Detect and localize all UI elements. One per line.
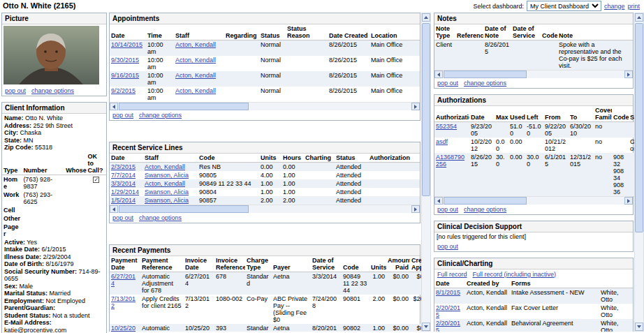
change-options-link[interactable]: change options xyxy=(139,214,182,221)
service-line-code: Res NB xyxy=(198,163,259,172)
note-date-of-service xyxy=(511,40,541,71)
pop-out-link[interactable]: pop out xyxy=(437,243,458,250)
horizontal-scrollbar[interactable] xyxy=(434,196,633,205)
clinical-decision-support-panel: Clinical Decision Support [no rules trig… xyxy=(434,221,634,252)
payment-units: 1.00 xyxy=(369,324,386,332)
payment-date-link[interactable]: 7/13/2012 xyxy=(111,295,136,309)
pop-out-link[interactable]: pop out xyxy=(112,112,133,119)
scroll-right-button[interactable] xyxy=(624,197,633,205)
pop-out-link[interactable]: pop out xyxy=(437,80,458,87)
appointment-status-reason xyxy=(286,71,328,87)
scroll-left-button[interactable] xyxy=(434,197,443,205)
service-line-staff-link[interactable]: Swanson, Alicia xyxy=(145,188,189,195)
appointments-panel-title: Appointments xyxy=(110,13,420,24)
column-header: Status xyxy=(259,24,286,40)
appointment-date-link[interactable]: 9/16/2015 xyxy=(111,72,139,79)
service-line-date-link[interactable]: 1/5/2014 xyxy=(111,197,136,204)
appointment-date-link[interactable]: 9/30/2015 xyxy=(111,57,139,64)
scroll-right-button[interactable] xyxy=(624,71,633,78)
horizontal-scrollbar[interactable] xyxy=(110,205,420,213)
horizontal-scroll-thumb[interactable] xyxy=(119,205,249,213)
change-options-link[interactable]: change options xyxy=(464,80,506,87)
vertical-scroll-thumb[interactable] xyxy=(422,23,430,196)
column-header: Code xyxy=(198,154,259,163)
authorization-link[interactable]: A1368790256 xyxy=(436,154,464,168)
change-options-link[interactable]: change options xyxy=(139,112,182,119)
scroll-right-button[interactable] xyxy=(411,205,420,213)
scroll-up-button[interactable] xyxy=(422,13,430,22)
pop-out-link[interactable]: pop out xyxy=(112,214,133,221)
change-dashboard-link[interactable]: change xyxy=(604,3,625,10)
amount-paid: $0.00 xyxy=(386,324,410,332)
authorization-covers-family: no xyxy=(594,153,612,196)
appointment-staff-link[interactable]: Acton, Kendall xyxy=(175,41,216,48)
appointment-date-link[interactable]: 10/14/2015 xyxy=(111,41,142,48)
charting-date-link[interactable]: 2/20/2015 xyxy=(436,304,460,318)
charting-date-link[interactable]: 8/1/2015 xyxy=(436,289,460,296)
authorization-link[interactable]: 552354 xyxy=(436,123,457,130)
payments-panel-title: Recent Payments xyxy=(110,245,420,256)
pop-out-link[interactable]: pop out xyxy=(437,206,458,213)
service-line-staff-link[interactable]: Swanson, Alicia xyxy=(145,197,189,204)
column-header: Date xyxy=(110,154,143,163)
field-value: 6/1/2015 xyxy=(42,246,66,253)
service-line-row: 7/7/2014 Swanson, Alicia 90805 4.00 1.00… xyxy=(110,171,420,179)
column-header: Staff xyxy=(143,154,198,163)
authorization-used: 51.00 xyxy=(508,122,525,138)
change-options-link[interactable]: change options xyxy=(464,206,506,213)
payment-date-link[interactable]: 10/25/2012 xyxy=(111,325,136,332)
service-line-staff-link[interactable]: Acton, Kendall xyxy=(145,180,185,187)
change-options-link[interactable]: change options xyxy=(31,87,74,94)
scroll-right-button[interactable] xyxy=(411,103,420,110)
payment-date-link[interactable]: 6/27/2014 xyxy=(111,273,136,287)
cds-panel-title: Clinical Decision Support xyxy=(434,221,633,232)
horizontal-scroll-thumb[interactable] xyxy=(119,103,249,110)
service-line-staff-link[interactable]: Acton, Kendall xyxy=(145,163,185,170)
cds-message: [no rules triggered for this client] xyxy=(437,233,631,241)
full-record-link[interactable]: Full record xyxy=(437,271,467,278)
charge-type: Standard xyxy=(245,272,272,295)
pop-out-link[interactable]: pop out xyxy=(5,87,26,94)
client-info-field: City: Chaska xyxy=(4,129,104,137)
appointment-staff-link[interactable]: Acton, Kendall xyxy=(175,57,216,64)
authorization-link[interactable]: asdf xyxy=(436,138,448,145)
scroll-up-button[interactable] xyxy=(635,13,643,22)
middle-column-scrollbar[interactable] xyxy=(421,13,431,332)
appointment-date-link[interactable]: 9/2/2015 xyxy=(111,87,136,94)
dashboard-select[interactable]: My Client Dashboard xyxy=(527,1,601,11)
horizontal-scroll-thumb[interactable] xyxy=(444,71,527,78)
column-header: Number xyxy=(22,152,64,175)
appointment-staff-link[interactable]: Acton, Kendall xyxy=(175,72,216,79)
horizontal-scrollbar[interactable] xyxy=(110,102,420,110)
service-line-date-link[interactable]: 2/3/2015 xyxy=(111,163,136,170)
scroll-down-button[interactable] xyxy=(635,323,643,331)
service-line-date-link[interactable]: 1/29/2014 xyxy=(111,188,139,195)
charting-date-link[interactable]: 2/20/2015 xyxy=(436,320,460,332)
horizontal-scroll-thumb[interactable] xyxy=(444,197,527,205)
charting-panel-title: Clinical/Charting xyxy=(434,258,633,269)
service-line-date-link[interactable]: 7/7/2014 xyxy=(111,172,136,179)
note-date: 8/26/2015 xyxy=(483,40,511,71)
page-title: Otto N. White (2165) xyxy=(3,1,76,10)
vertical-scroll-thumb[interactable] xyxy=(635,23,643,232)
select-dashboard-label: Select dashboard: xyxy=(473,3,524,10)
phone-number: (763) 928-9837 xyxy=(22,175,64,191)
scroll-left-button[interactable] xyxy=(110,103,118,110)
horizontal-scrollbar[interactable] xyxy=(434,70,633,78)
service-line-staff-link[interactable]: Swanson, Alicia xyxy=(145,172,189,179)
authorization-left: 30.00 xyxy=(525,153,543,196)
field-value: 2/29/2004 xyxy=(43,253,71,260)
column-header: Date xyxy=(110,24,146,40)
appointment-staff-link[interactable]: Acton, Kendall xyxy=(175,87,216,94)
right-column-scrollbar[interactable] xyxy=(634,13,644,332)
phone-number: (763) 293-6625 xyxy=(22,191,64,206)
scroll-down-button[interactable] xyxy=(422,323,430,331)
full-record-inactive-link[interactable]: Full record (including inactive) xyxy=(473,271,557,278)
scroll-left-button[interactable] xyxy=(434,71,443,78)
client-info-field: Zip Code: 55318 xyxy=(4,144,104,151)
column-header: Date of Note xyxy=(483,24,511,40)
print-link[interactable]: print xyxy=(627,3,640,10)
service-line-date-link[interactable]: 3/3/2014 xyxy=(111,180,136,187)
scroll-left-button[interactable] xyxy=(110,205,118,213)
ok-to-call-checkbox[interactable]: ✓ xyxy=(93,177,99,183)
